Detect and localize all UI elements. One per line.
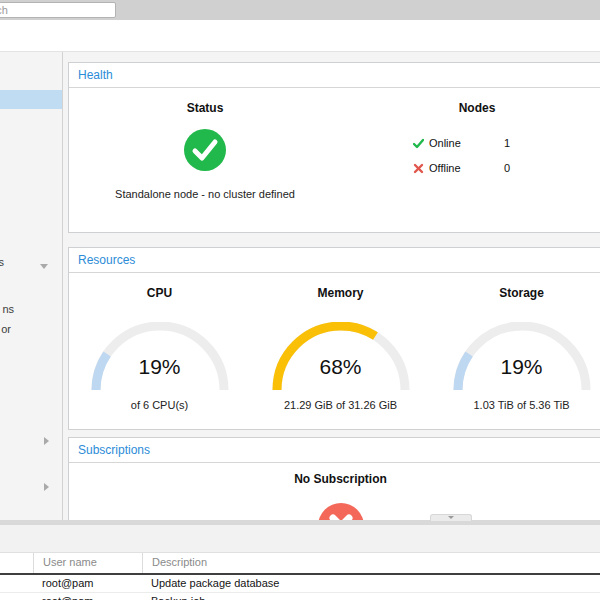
status-ok-icon — [69, 129, 341, 175]
storage-gauge: 19% — [450, 322, 594, 394]
proxmox-app: s ns or Health Status Standalone node - … — [0, 0, 600, 600]
column-header-username[interactable]: User name — [33, 553, 142, 573]
subscriptions-panel-title: Subscriptions — [69, 438, 600, 463]
memory-heading: Memory — [250, 286, 431, 300]
memory-gauge-block: Memory 68% 21.29 GiB of 31.26 GiB — [250, 272, 431, 411]
task-log-panel: User name Description root@pam Update pa… — [0, 525, 600, 600]
nodes-offline-row: Offline 0 — [413, 162, 510, 174]
nodes-online-row: Online 1 — [413, 137, 510, 149]
task-cell-description: Backup job — [142, 593, 600, 600]
task-table-header: User name Description — [0, 552, 600, 575]
resource-tree-sidebar[interactable]: s ns or — [0, 52, 63, 520]
cpu-subtext: of 6 CPU(s) — [69, 399, 250, 411]
health-panel: Health Status Standalone node - no clust… — [68, 62, 600, 233]
nodes-column: Nodes Online 1 Offline 0 — [341, 87, 600, 233]
resources-panel: Resources CPU 19% of 6 CPU(s) Memory — [68, 247, 600, 430]
resources-panel-title: Resources — [69, 248, 600, 273]
task-cell-blank — [0, 575, 33, 592]
health-panel-title: Health — [69, 63, 600, 88]
toolbar-row — [0, 20, 600, 52]
table-row[interactable]: root@pam Update package database — [0, 575, 600, 593]
splitter-collapse-handle[interactable] — [430, 514, 472, 521]
task-cell-description: Update package database — [142, 575, 600, 592]
storage-subtext: 1.03 TiB of 5.36 TiB — [431, 399, 600, 411]
status-message: Standalone node - no cluster defined — [69, 188, 341, 200]
memory-percent: 68% — [269, 355, 413, 379]
cpu-gauge-block: CPU 19% of 6 CPU(s) — [69, 272, 250, 411]
task-cell-blank — [0, 593, 33, 600]
table-row[interactable]: root@pam Backup job — [0, 593, 600, 600]
cpu-heading: CPU — [69, 286, 250, 300]
task-cell-user: root@pam — [33, 593, 142, 600]
offline-label: Offline — [429, 162, 461, 174]
check-icon — [413, 138, 424, 149]
cpu-percent: 19% — [88, 355, 232, 379]
no-subscription-icon — [69, 503, 600, 520]
main-region: s ns or Health Status Standalone node - … — [0, 52, 600, 520]
task-cell-user: root@pam — [33, 575, 142, 592]
storage-percent: 19% — [450, 355, 594, 379]
chevron-right-icon[interactable] — [44, 437, 49, 445]
storage-heading: Storage — [431, 286, 600, 300]
memory-subtext: 21.29 GiB of 31.26 GiB — [250, 399, 431, 411]
sidebar-item-label[interactable]: or — [1, 323, 11, 335]
nodes-heading: Nodes — [341, 101, 600, 115]
chevron-right-icon[interactable] — [44, 483, 49, 491]
cpu-gauge: 19% — [88, 322, 232, 394]
sidebar-item-label[interactable]: ns — [2, 303, 14, 315]
offline-count: 0 — [504, 162, 510, 174]
chevron-down-icon[interactable] — [40, 264, 48, 269]
sidebar-item-label[interactable]: s — [0, 256, 4, 268]
status-heading: Status — [69, 101, 341, 115]
online-label: Online — [429, 137, 461, 149]
top-header-bar — [0, 0, 600, 20]
chevron-down-icon — [448, 516, 454, 519]
storage-gauge-block: Storage 19% 1.03 TiB of 5.36 TiB — [431, 272, 600, 411]
sidebar-selected-item[interactable] — [0, 90, 62, 109]
subscriptions-panel: Subscriptions No Subscription — [68, 437, 600, 520]
online-count: 1 — [504, 137, 510, 149]
column-header-description[interactable]: Description — [142, 553, 600, 573]
memory-gauge: 68% — [269, 322, 413, 394]
status-column: Status Standalone node - no cluster defi… — [69, 87, 341, 233]
no-subscription-heading: No Subscription — [69, 472, 600, 486]
cross-icon — [413, 163, 424, 174]
search-input[interactable] — [0, 2, 116, 18]
column-header-blank[interactable] — [0, 553, 33, 573]
